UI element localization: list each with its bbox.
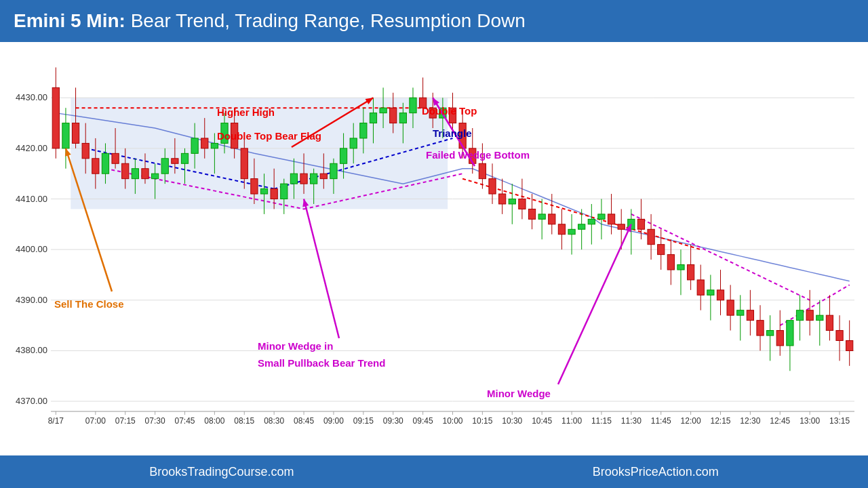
chart-area: Higher High Double Top Bear Flag Double … xyxy=(0,42,868,455)
footer: BrooksTradingCourse.com BrooksPriceActio… xyxy=(0,455,868,488)
header: Emini 5 Min: Bear Trend, Trading Range, … xyxy=(0,0,868,42)
header-title-rest: Bear Trend, Trading Range, Resumption Do… xyxy=(131,10,526,31)
footer-right: BrooksPriceAction.com xyxy=(593,465,719,479)
footer-left: BrooksTradingCourse.com xyxy=(149,465,294,479)
header-title-bold: Emini 5 Min: xyxy=(14,10,125,31)
